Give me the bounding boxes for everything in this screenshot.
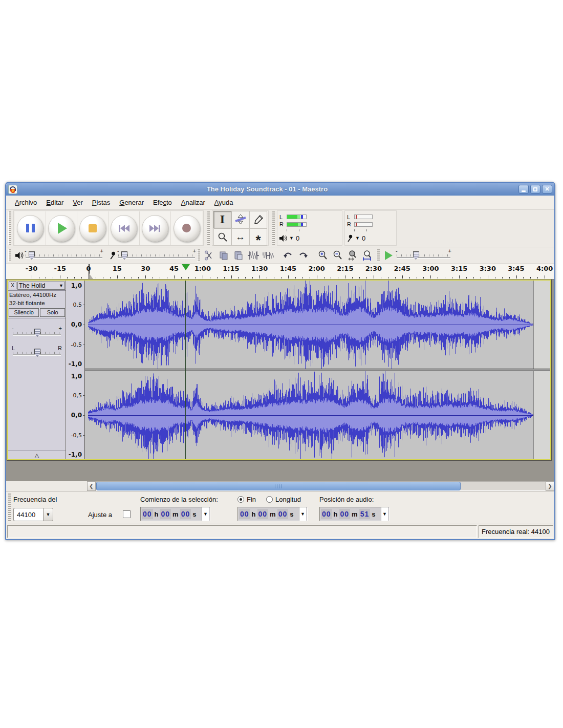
scroll-right-button[interactable]: ❯ [546, 481, 554, 491]
seconds-value[interactable]: 51 [359, 509, 371, 519]
playback-meter[interactable]: L R ▼ 0 [277, 210, 342, 246]
menu-analizar[interactable]: Analizar [177, 197, 210, 208]
copy-button[interactable] [216, 249, 231, 263]
chevron-down-icon[interactable]: ▼ [381, 507, 388, 521]
project-rate-combo[interactable]: 44100 ▼ [13, 508, 53, 521]
timeline-ruler[interactable]: -30-1501530451:001:151:301:452:002:152:3… [6, 264, 554, 280]
minutes-value[interactable]: 00 [257, 509, 269, 519]
radio-end[interactable] [237, 496, 244, 503]
record-button[interactable] [171, 211, 202, 245]
waveform-channel-left[interactable] [85, 281, 550, 369]
paste-button[interactable] [231, 249, 246, 263]
pan-thumb[interactable] [34, 349, 40, 357]
radio-length[interactable] [266, 496, 273, 503]
menu-editar[interactable]: Editar [41, 197, 68, 208]
mixer-toolbar-grip[interactable] [8, 249, 11, 262]
waveform-channel-right[interactable] [85, 371, 550, 459]
time-shift-tool-button[interactable]: ↔ [231, 228, 249, 246]
selection-end-field[interactable]: 00h 00m 00s ▼ [237, 507, 308, 521]
selection-toolbar-grip[interactable] [8, 494, 11, 522]
hours-value[interactable]: 00 [321, 509, 332, 519]
menu-generar[interactable]: Generar [115, 197, 148, 208]
scroll-left-button[interactable]: ❮ [87, 481, 96, 491]
timeline-tick [46, 277, 46, 279]
chevron-down-icon[interactable]: ▼ [202, 507, 209, 521]
audio-position-field[interactable]: 00h 00m 51s ▼ [319, 507, 389, 521]
pause-button[interactable] [15, 211, 46, 245]
output-volume-slider[interactable]: - + [26, 250, 102, 261]
hours-value[interactable]: 00 [239, 509, 250, 519]
envelope-tool-button[interactable] [231, 211, 249, 228]
scrollbar-thumb[interactable] [96, 482, 461, 490]
microphone-icon[interactable] [347, 234, 353, 242]
multi-tool-button[interactable]: * [249, 228, 267, 246]
minutes-value[interactable]: 00 [339, 509, 351, 519]
maximize-button[interactable] [530, 185, 540, 194]
title-bar[interactable]: The Holiday Soundtrack - 01 - Maestro ✕ [6, 183, 554, 196]
menu-ver[interactable]: Ver [68, 197, 88, 208]
zoom-in-button[interactable] [315, 249, 330, 263]
track-name-dropdown[interactable]: The Holid ▼ [17, 282, 65, 290]
zoom-out-button[interactable] [330, 249, 345, 263]
chevron-down-icon[interactable]: ▼ [43, 508, 53, 521]
menu-ayuda[interactable]: Ayuda [210, 197, 238, 208]
recording-meter[interactable]: L R ▼ 0 [344, 210, 397, 246]
waveform-canvas-left[interactable] [85, 281, 550, 369]
recording-meter-dropdown[interactable]: ▼ [355, 235, 360, 241]
playback-meter-dropdown[interactable]: ▼ [289, 235, 294, 241]
skip-to-end-button[interactable] [140, 211, 171, 245]
scale-label: 0,5 [73, 392, 82, 399]
close-button[interactable]: ✕ [542, 185, 552, 194]
tools-toolbar-grip[interactable] [207, 211, 210, 245]
gain-thumb[interactable] [34, 329, 40, 337]
meter-scale-ticks [287, 229, 307, 231]
redo-button[interactable] [295, 249, 310, 263]
fit-project-button[interactable] [360, 249, 375, 263]
selection-start-field[interactable]: 00h 00m 00s ▼ [140, 507, 210, 521]
input-volume-slider[interactable]: - + [118, 250, 195, 261]
mute-button[interactable]: Silencio [9, 308, 39, 317]
input-volume-thumb[interactable] [121, 251, 127, 260]
draw-tool-button[interactable] [249, 211, 267, 228]
play-at-speed-grip[interactable] [377, 249, 380, 262]
trim-outside-button[interactable] [246, 249, 261, 263]
minimize-button[interactable] [518, 185, 529, 194]
cut-button[interactable] [201, 249, 216, 263]
menu-efecto[interactable]: Efecto [148, 197, 177, 208]
undo-button[interactable] [280, 249, 295, 263]
transport-toolbar-grip[interactable] [8, 211, 11, 245]
minutes-value[interactable]: 00 [160, 509, 171, 519]
solo-button[interactable]: Solo [40, 308, 65, 317]
seconds-unit: s [288, 510, 295, 518]
zoom-tool-button[interactable] [213, 228, 231, 246]
menu-pistas[interactable]: Pistas [88, 197, 115, 208]
skip-to-start-button[interactable] [109, 211, 140, 245]
scrollbar-track[interactable] [96, 481, 546, 491]
track-gain-slider[interactable]: - + [13, 327, 61, 338]
meter-toolbar-grip[interactable] [272, 211, 275, 245]
track-collapse-button[interactable]: △ [8, 450, 66, 459]
output-volume-thumb[interactable] [29, 251, 35, 260]
seconds-value[interactable]: 00 [180, 509, 191, 519]
play-at-speed-button[interactable] [383, 251, 393, 260]
track-close-button[interactable]: X [9, 282, 16, 289]
waveform-canvas-right[interactable] [85, 371, 550, 459]
paste-icon [233, 250, 244, 261]
edit-toolbar-grip[interactable] [197, 249, 200, 262]
play-speed-slider[interactable]: - + [397, 250, 450, 261]
selection-tool-button[interactable]: I [213, 211, 231, 228]
play-position-triangle-icon[interactable] [182, 264, 190, 270]
vertical-ruler[interactable]: 1,0 0,5 0,0 -0,5 -1,0 1,0 0,5 0,0 -0,5 -… [66, 281, 85, 459]
speaker-icon[interactable] [279, 235, 287, 242]
play-button[interactable] [46, 211, 77, 245]
snap-to-checkbox[interactable] [123, 510, 131, 518]
silence-button[interactable] [261, 249, 275, 263]
fit-selection-button[interactable] [345, 249, 360, 263]
menu-archivo[interactable]: Archivo [10, 197, 41, 208]
hours-value[interactable]: 00 [142, 509, 153, 519]
track-pan-slider[interactable]: L R [13, 347, 61, 358]
stop-button[interactable] [77, 211, 109, 245]
play-speed-thumb[interactable] [413, 251, 419, 260]
seconds-value[interactable]: 00 [277, 509, 289, 519]
chevron-down-icon[interactable]: ▼ [299, 507, 306, 521]
